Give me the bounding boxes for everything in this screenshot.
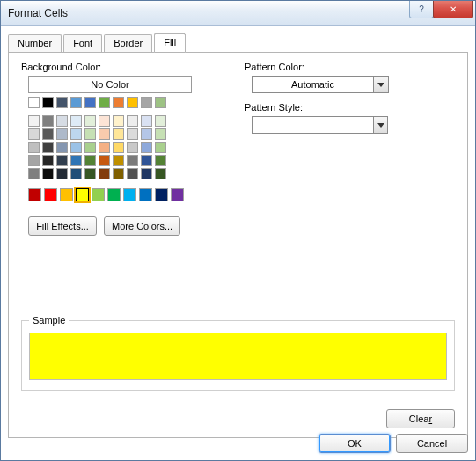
- color-swatch[interactable]: [113, 128, 124, 140]
- color-swatch[interactable]: [141, 142, 152, 153]
- color-swatch[interactable]: [141, 97, 152, 108]
- color-swatch[interactable]: [56, 97, 68, 108]
- color-swatch[interactable]: [127, 168, 138, 179]
- color-swatch[interactable]: [70, 97, 82, 108]
- color-swatch[interactable]: [113, 142, 124, 153]
- color-swatch[interactable]: [28, 128, 40, 140]
- color-swatch[interactable]: [171, 188, 184, 201]
- color-swatch[interactable]: [60, 188, 73, 201]
- help-icon: ?: [419, 4, 424, 14]
- color-swatch[interactable]: [42, 168, 54, 179]
- pattern-color-combo[interactable]: Automatic: [252, 76, 389, 93]
- color-swatch[interactable]: [123, 188, 136, 201]
- color-swatch[interactable]: [28, 188, 41, 201]
- color-swatch[interactable]: [70, 115, 82, 127]
- fill-effects-button[interactable]: Fill Effects...: [28, 216, 97, 236]
- theme-shades: [28, 114, 195, 180]
- color-swatch[interactable]: [127, 115, 138, 127]
- color-swatch[interactable]: [84, 168, 96, 179]
- color-swatch[interactable]: [139, 188, 152, 201]
- help-button[interactable]: ?: [409, 1, 434, 18]
- color-swatch[interactable]: [28, 115, 40, 127]
- color-swatch[interactable]: [127, 97, 138, 108]
- color-swatch[interactable]: [99, 142, 110, 153]
- color-swatch[interactable]: [155, 188, 168, 201]
- close-icon: ✕: [450, 4, 457, 14]
- color-swatch[interactable]: [92, 188, 105, 201]
- tab-border[interactable]: Border: [104, 34, 152, 52]
- color-swatch[interactable]: [141, 128, 152, 140]
- color-swatch[interactable]: [155, 128, 166, 140]
- color-swatch[interactable]: [155, 142, 166, 153]
- color-swatch[interactable]: [99, 97, 110, 108]
- color-swatch[interactable]: [113, 168, 124, 179]
- color-swatch[interactable]: [70, 168, 82, 179]
- color-swatch[interactable]: [84, 142, 96, 153]
- tab-number[interactable]: Number: [8, 34, 62, 52]
- color-swatch[interactable]: [70, 128, 82, 140]
- color-swatch[interactable]: [28, 142, 40, 153]
- color-swatch[interactable]: [113, 115, 124, 127]
- color-swatch[interactable]: [155, 155, 166, 166]
- no-color-button[interactable]: No Color: [28, 76, 192, 93]
- pattern-style-label: Pattern Style:: [245, 102, 438, 113]
- color-swatch[interactable]: [141, 168, 152, 179]
- color-swatch[interactable]: [56, 115, 68, 127]
- color-swatch[interactable]: [84, 155, 96, 166]
- color-swatch[interactable]: [84, 115, 96, 127]
- theme-shade-row: [28, 167, 195, 180]
- color-swatch[interactable]: [99, 168, 110, 179]
- color-swatch[interactable]: [113, 155, 124, 166]
- chevron-down-icon: [373, 77, 388, 92]
- color-swatch[interactable]: [42, 142, 54, 153]
- color-palette: [28, 96, 195, 202]
- color-swatch[interactable]: [28, 155, 40, 166]
- color-swatch[interactable]: [155, 97, 166, 108]
- color-swatch[interactable]: [42, 128, 54, 140]
- color-swatch[interactable]: [56, 168, 68, 179]
- titlebar[interactable]: Format Cells ? ✕: [1, 1, 475, 26]
- color-swatch[interactable]: [141, 115, 152, 127]
- color-swatch[interactable]: [155, 168, 166, 179]
- ok-button[interactable]: OK: [319, 434, 391, 453]
- color-swatch[interactable]: [99, 115, 110, 127]
- color-swatch[interactable]: [76, 188, 89, 201]
- sample-group: Sample: [21, 315, 455, 391]
- color-swatch[interactable]: [28, 97, 40, 108]
- color-swatch[interactable]: [84, 97, 96, 108]
- color-swatch[interactable]: [70, 155, 82, 166]
- color-swatch[interactable]: [42, 155, 54, 166]
- tab-fill[interactable]: Fill: [154, 33, 186, 53]
- chevron-down-icon: [373, 116, 388, 134]
- color-swatch[interactable]: [127, 142, 138, 153]
- color-swatch[interactable]: [113, 97, 124, 108]
- color-swatch[interactable]: [99, 128, 110, 140]
- dialog-buttons: OK Cancel: [319, 434, 468, 453]
- color-swatch[interactable]: [141, 155, 152, 166]
- sample-preview: [29, 333, 447, 380]
- pattern-style-value: [252, 116, 373, 134]
- theme-shade-row: [28, 141, 195, 154]
- tab-font[interactable]: Font: [63, 34, 102, 52]
- close-button[interactable]: ✕: [433, 1, 473, 18]
- color-swatch[interactable]: [155, 115, 166, 127]
- color-swatch[interactable]: [99, 155, 110, 166]
- color-swatch[interactable]: [28, 168, 40, 179]
- color-swatch[interactable]: [56, 142, 68, 153]
- color-swatch[interactable]: [127, 128, 138, 140]
- window-title: Format Cells: [8, 7, 410, 19]
- clear-button[interactable]: Clear: [386, 409, 455, 428]
- color-swatch[interactable]: [44, 188, 57, 201]
- color-swatch[interactable]: [56, 128, 68, 140]
- color-swatch[interactable]: [56, 155, 68, 166]
- color-swatch[interactable]: [42, 115, 54, 127]
- pattern-style-combo[interactable]: [252, 116, 438, 134]
- color-swatch[interactable]: [42, 97, 54, 108]
- color-swatch[interactable]: [127, 155, 138, 166]
- pattern-color-value: Automatic: [253, 77, 373, 92]
- color-swatch[interactable]: [107, 188, 121, 201]
- color-swatch[interactable]: [70, 142, 82, 153]
- more-colors-button[interactable]: More Colors...: [104, 216, 180, 236]
- cancel-button[interactable]: Cancel: [396, 434, 468, 453]
- color-swatch[interactable]: [84, 128, 96, 140]
